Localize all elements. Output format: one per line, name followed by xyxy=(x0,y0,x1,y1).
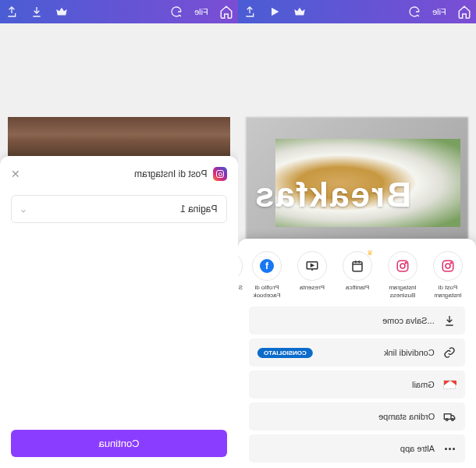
gmail-icon xyxy=(442,378,456,392)
action-order-prints[interactable]: Ordina stampe xyxy=(249,402,465,431)
redo-icon[interactable] xyxy=(169,5,183,19)
toolbar-left: File xyxy=(0,0,238,23)
home-icon[interactable] xyxy=(457,5,471,19)
page-selector[interactable]: Pagina 1 ⌵ xyxy=(11,195,227,223)
close-icon[interactable]: ✕ xyxy=(11,168,20,180)
sheet-title: Post di Instagram xyxy=(134,168,207,179)
page-label: Pagina 1 xyxy=(180,204,217,214)
action-more-apps[interactable]: Altre app xyxy=(249,434,465,463)
action-list: Salva come... Condividi link CONSIGLIATO… xyxy=(238,301,476,468)
toolbar-right: File xyxy=(238,0,476,23)
action-share-link[interactable]: Condividi link CONSIGLIATO xyxy=(249,339,465,367)
link-icon xyxy=(442,346,456,360)
share-target-instagram-post[interactable]: Post di Instagram xyxy=(426,251,470,298)
svg-point-4 xyxy=(400,264,405,268)
crown-icon[interactable] xyxy=(293,5,307,19)
file-menu[interactable]: File xyxy=(194,7,208,16)
share-target-schedule[interactable]: ♛ Pianifica xyxy=(336,251,379,298)
svg-point-1 xyxy=(446,264,450,268)
recommended-badge: CONSIGLIATO xyxy=(258,348,313,358)
chevron-down-icon: ⌵ xyxy=(21,205,26,214)
truck-icon xyxy=(442,410,456,424)
share-target-cut[interactable]: S Fa xyxy=(238,251,243,298)
canvas-right: Breakfas Post di Instagram Instagram Bus… xyxy=(238,23,476,468)
right-screen: File Breakfas Post di Instagram xyxy=(238,0,476,468)
download-icon[interactable] xyxy=(30,5,44,19)
svg-rect-6 xyxy=(353,262,362,271)
svg-point-5 xyxy=(405,262,407,264)
more-icon xyxy=(442,441,456,456)
home-icon[interactable] xyxy=(219,5,233,19)
share-icon[interactable] xyxy=(243,5,257,19)
facebook-icon: f xyxy=(260,259,274,273)
canvas-overlay-text: Breakfas xyxy=(254,176,411,214)
left-screen: File Post di Instagram ✕ Pagina 1 ⌵ xyxy=(0,0,238,468)
canvas-left: Post di Instagram ✕ Pagina 1 ⌵ Continua xyxy=(0,23,238,468)
share-target-present[interactable]: Presenta xyxy=(290,251,334,298)
play-icon[interactable] xyxy=(268,5,282,19)
action-save-as[interactable]: Salva come... xyxy=(249,307,465,335)
share-sheet: Post di Instagram Instagram Business ♛ P… xyxy=(238,239,476,468)
canvas-image-wood xyxy=(8,117,230,156)
export-sheet: Post di Instagram ✕ Pagina 1 ⌵ Continua xyxy=(0,156,238,468)
svg-point-2 xyxy=(450,262,452,264)
download-icon xyxy=(442,314,456,328)
sheet-header: Post di Instagram ✕ xyxy=(11,167,227,181)
instagram-icon xyxy=(213,167,227,181)
share-icon[interactable] xyxy=(5,5,19,19)
file-menu[interactable]: File xyxy=(432,7,446,16)
share-target-facebook[interactable]: f Profilo di Facebook xyxy=(245,251,289,298)
premium-crown-icon: ♛ xyxy=(365,249,373,257)
crown-icon[interactable] xyxy=(55,5,69,19)
share-row: Post di Instagram Instagram Business ♛ P… xyxy=(238,246,476,301)
continue-button[interactable]: Continua xyxy=(11,430,227,457)
redo-icon[interactable] xyxy=(407,5,421,19)
share-target-instagram-business[interactable]: Instagram Business xyxy=(381,251,424,298)
action-gmail[interactable]: Gmail xyxy=(249,370,465,399)
